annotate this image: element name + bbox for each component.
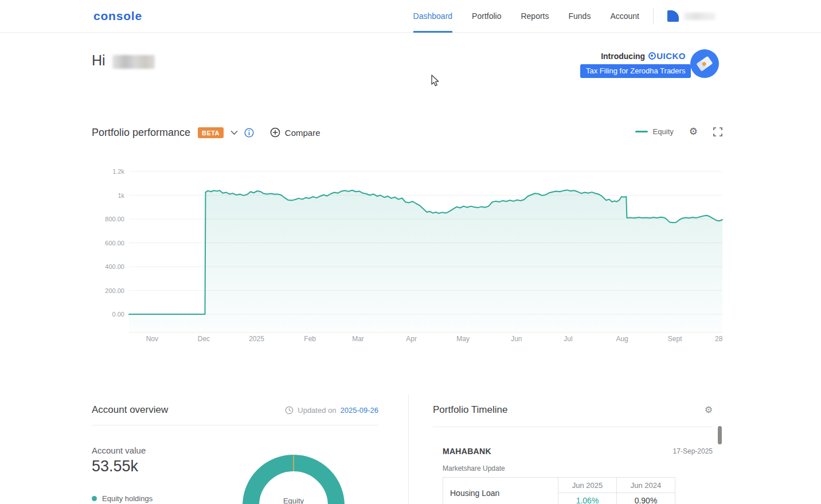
equity-holdings-dot	[92, 496, 97, 501]
performance-header: Portfolio performance BETA Compare	[92, 125, 320, 140]
console-dashboard-page: console Dashboard Portfolio Reports Fund…	[0, 0, 821, 504]
panel-divider	[408, 394, 409, 504]
equity-holdings-label: Equity holdings	[102, 494, 153, 503]
portfolio-timeline-title: Portfolio Timeline	[433, 404, 507, 416]
timeline-date: 17-Sep-2025	[598, 447, 713, 455]
nav-item-portfolio[interactable]: Portfolio	[472, 0, 501, 33]
svg-text:400.00: 400.00	[105, 263, 124, 270]
mouse-cursor	[431, 75, 441, 89]
account-overview-rule	[92, 425, 378, 425]
table-value-jun-2025: 1.06%	[558, 493, 617, 504]
chevron-down-icon[interactable]	[230, 130, 238, 135]
updated-on: Updated on 2025-09-26	[285, 406, 378, 415]
svg-text:May: May	[456, 335, 470, 343]
chart-settings-gear-icon[interactable]: ⚙	[689, 127, 698, 136]
user-name-blurred	[112, 55, 155, 69]
timeline-scrollbar-thumb[interactable]	[718, 426, 722, 444]
svg-text:Mar: Mar	[352, 335, 364, 343]
svg-text:28: 28	[715, 335, 723, 343]
legend-item-equity[interactable]: Equity	[635, 127, 674, 136]
svg-text:Dec: Dec	[198, 335, 210, 343]
quicko-brand-text: UICKO	[656, 51, 686, 61]
chart-toolbar: Equity ⚙	[635, 127, 722, 136]
table-col-jun-2024: Jun 2024	[617, 478, 675, 493]
nav-item-dashboard[interactable]: Dashboard	[413, 0, 453, 33]
timeline-event-type: Marketshare Update	[443, 464, 505, 472]
holdings-donut-chart[interactable]: Equity	[236, 452, 351, 504]
svg-text:Aug: Aug	[616, 335, 628, 343]
account-value: 53.55k	[92, 458, 138, 475]
plus-circle-icon	[270, 127, 280, 138]
performance-title: Portfolio performance	[92, 127, 190, 139]
greeting-text: Hi	[92, 52, 105, 69]
top-navbar: console Dashboard Portfolio Reports Fund…	[0, 0, 821, 33]
updated-date-link[interactable]: 2025-09-26	[341, 406, 379, 415]
fullscreen-icon[interactable]	[713, 127, 722, 136]
promo-intro-text: Introducing	[601, 52, 645, 61]
timeline-settings-gear-icon[interactable]: ⚙	[705, 405, 713, 415]
svg-text:Feb: Feb	[304, 335, 316, 343]
promo-tagline-pill[interactable]: Tax Filing for Zerodha Traders	[580, 64, 691, 78]
table-row: Housing Loan Jun 2025 Jun 2024	[443, 478, 675, 493]
compare-button[interactable]: Compare	[270, 127, 320, 138]
legend-label: Equity	[653, 127, 674, 136]
account-overview-header: Account overview Updated on 2025-09-26	[92, 404, 378, 416]
svg-text:Nov: Nov	[146, 335, 158, 343]
portfolio-timeline-header: Portfolio Timeline ⚙	[433, 404, 713, 416]
nav-item-reports[interactable]: Reports	[521, 0, 549, 33]
promo-badge	[690, 49, 720, 81]
info-icon[interactable]	[244, 128, 254, 138]
user-name-redacted	[684, 13, 716, 20]
quicko-q-icon	[648, 52, 656, 60]
svg-text:2025: 2025	[249, 335, 264, 343]
user-menu[interactable]	[667, 10, 716, 22]
nav-item-funds[interactable]: Funds	[568, 0, 591, 33]
compare-label: Compare	[285, 128, 320, 138]
svg-text:0.00: 0.00	[112, 311, 124, 318]
greeting: Hi	[92, 52, 155, 69]
svg-text:800.00: 800.00	[105, 216, 124, 222]
donut-center-label: Equity	[283, 497, 304, 504]
equity-holdings-legend: Equity holdings	[92, 494, 153, 503]
timeline-symbol[interactable]: MAHABANK	[443, 447, 491, 456]
svg-text:600.00: 600.00	[105, 240, 124, 247]
table-col-jun-2025: Jun 2025	[558, 478, 617, 493]
table-value-jun-2024: 0.90%	[617, 493, 675, 504]
portfolio-timeline-rule	[433, 427, 713, 427]
marketshare-table: Housing Loan Jun 2025 Jun 2024 1.06% 0.9…	[443, 477, 675, 504]
updated-prefix: Updated on	[298, 406, 336, 415]
nav-divider	[653, 7, 654, 25]
svg-text:1k: 1k	[118, 192, 124, 199]
svg-text:200.00: 200.00	[105, 287, 124, 294]
console-logo[interactable]: console	[93, 9, 142, 23]
quicko-promo-banner[interactable]: Introducing UICKO Tax Filing for Zerodha…	[579, 49, 721, 80]
quicko-wordmark: UICKO	[648, 51, 686, 61]
svg-text:Sept: Sept	[668, 335, 682, 343]
main-menu: Dashboard Portfolio Reports Funds Accoun…	[413, 0, 639, 33]
account-overview-title: Account overview	[92, 404, 168, 416]
kite-logo-icon	[667, 10, 679, 22]
svg-text:Jun: Jun	[511, 335, 522, 343]
table-row-label: Housing Loan	[443, 478, 558, 504]
svg-text:1.2k: 1.2k	[112, 168, 124, 175]
nav-item-account[interactable]: Account	[610, 0, 639, 33]
performance-chart-svg: 1.2k1k800.00600.00400.00200.000.00NovDec…	[92, 163, 729, 353]
performance-chart[interactable]: 1.2k1k800.00600.00400.00200.000.00NovDec…	[92, 163, 729, 355]
promo-headline: Introducing UICKO	[601, 51, 686, 61]
beta-badge: BETA	[198, 127, 224, 138]
equity-line-swatch	[635, 131, 648, 132]
svg-text:Jul: Jul	[564, 335, 572, 343]
svg-text:Apr: Apr	[406, 335, 417, 343]
account-value-label: Account value	[92, 446, 146, 455]
clock-icon	[285, 406, 294, 415]
